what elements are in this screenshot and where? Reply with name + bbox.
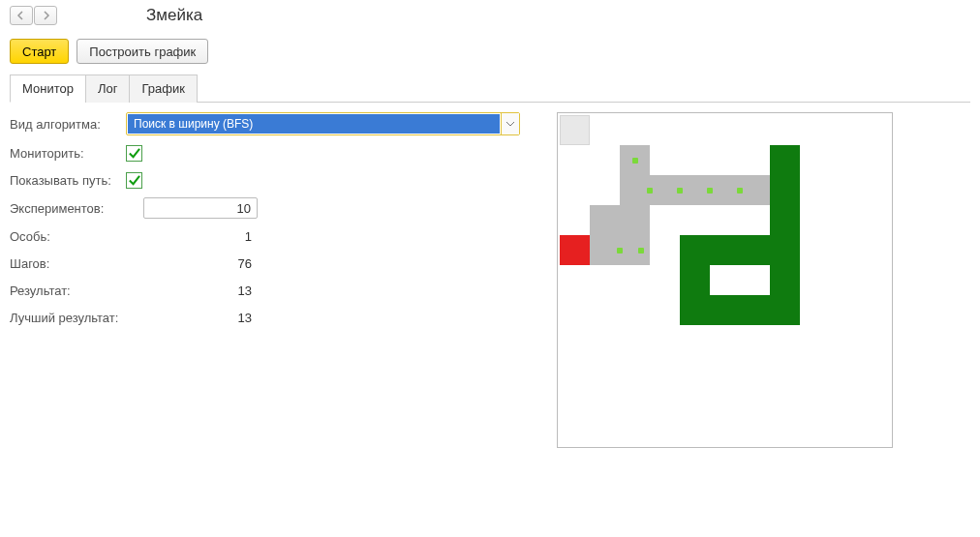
snake-cell <box>740 235 770 265</box>
path-cell <box>650 175 680 205</box>
experiments-input[interactable] <box>143 197 258 219</box>
nav-back-button[interactable] <box>10 6 33 25</box>
individual-row: Особь: 1 <box>10 226 537 246</box>
snake-cell <box>740 295 770 325</box>
page-title: Змейка <box>146 6 202 25</box>
snake-cell <box>770 235 800 265</box>
header-row: Змейка <box>10 6 970 25</box>
show-path-row: Показывать путь: <box>10 170 537 190</box>
experiments-row: Экспериментов: <box>10 197 537 219</box>
best-result-value: 13 <box>143 311 252 325</box>
snake-cell <box>770 265 800 295</box>
individual-label: Особь: <box>10 229 126 244</box>
arrow-right-icon <box>41 11 50 20</box>
result-label: Результат: <box>10 283 126 298</box>
chevron-down-icon <box>506 122 514 127</box>
snake-cell <box>710 235 740 265</box>
show-path-checkbox[interactable] <box>126 172 142 189</box>
path-dot <box>677 188 683 194</box>
start-tile <box>560 115 590 145</box>
snake-cell <box>770 205 800 235</box>
tab-monitor[interactable]: Монитор <box>10 75 86 103</box>
path-dot <box>737 188 743 194</box>
path-cell <box>620 175 650 205</box>
monitor-row: Мониторить: <box>10 143 537 163</box>
form-panel: Вид алгоритма: Поиск в ширину (BFS) Мони… <box>10 112 537 335</box>
spacer <box>10 448 970 487</box>
stats-block: Особь: 1 Шагов: 76 Результат: 13 Лучший … <box>10 226 537 327</box>
best-result-label: Лучший результат: <box>10 311 126 325</box>
path-cell <box>620 235 650 265</box>
path-dot <box>617 248 623 254</box>
tab-bar: Монитор Лог График <box>10 74 970 103</box>
result-row: Результат: 13 <box>10 281 537 300</box>
path-dot <box>647 188 653 194</box>
experiments-label: Экспериментов: <box>10 201 126 216</box>
game-board <box>560 115 890 445</box>
snake-cell <box>770 145 800 175</box>
path-dot <box>638 248 644 254</box>
monitor-label: Мониторить: <box>10 146 126 161</box>
path-cell <box>590 235 620 265</box>
check-icon <box>128 174 140 187</box>
food-cell <box>560 235 590 265</box>
game-board-frame <box>557 112 893 448</box>
best-result-row: Лучший результат: 13 <box>10 308 537 327</box>
result-value: 13 <box>143 283 252 298</box>
path-cell <box>590 205 620 235</box>
snake-cell <box>710 295 740 325</box>
tab-chart[interactable]: График <box>129 75 197 103</box>
monitor-checkbox[interactable] <box>126 145 142 162</box>
algorithm-row: Вид алгоритма: Поиск в ширину (BFS) <box>10 112 537 135</box>
arrow-left-icon <box>16 11 26 20</box>
steps-value: 76 <box>143 256 252 271</box>
dropdown-toggle[interactable] <box>501 113 519 134</box>
build-plot-button[interactable]: Построить график <box>77 39 208 64</box>
path-dot <box>632 158 638 164</box>
tab-content: Вид алгоритма: Поиск в ширину (BFS) Мони… <box>10 112 970 448</box>
individual-value: 1 <box>143 229 252 244</box>
path-cell <box>740 175 770 205</box>
snake-cell <box>680 265 710 295</box>
nav-forward-button[interactable] <box>34 6 57 25</box>
path-cell <box>680 175 710 205</box>
path-cell <box>620 205 650 235</box>
algorithm-select[interactable]: Поиск в ширину (BFS) <box>126 112 520 135</box>
snake-cell <box>680 295 710 325</box>
path-dot <box>707 188 713 194</box>
snake-cell <box>770 175 800 205</box>
show-path-label: Показывать путь: <box>10 173 126 188</box>
toolbar: Старт Построить график <box>10 39 970 64</box>
start-button[interactable]: Старт <box>10 39 69 64</box>
tab-log[interactable]: Лог <box>85 75 131 103</box>
path-cell <box>710 175 740 205</box>
snake-cell <box>770 295 800 325</box>
steps-label: Шагов: <box>10 256 126 271</box>
steps-row: Шагов: 76 <box>10 254 537 273</box>
check-icon <box>128 147 140 160</box>
algorithm-value: Поиск в ширину (BFS) <box>128 114 500 134</box>
algorithm-label: Вид алгоритма: <box>10 117 126 132</box>
snake-cell <box>680 235 710 265</box>
